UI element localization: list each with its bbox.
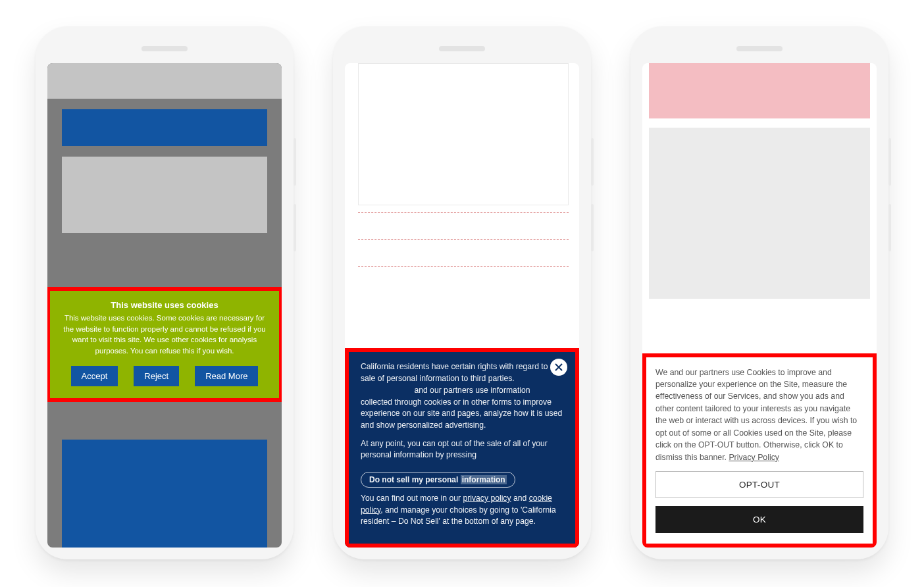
wireframe-block	[358, 63, 569, 205]
wireframe-block	[649, 63, 870, 118]
wireframe-block	[62, 157, 267, 233]
ok-button[interactable]: OK	[655, 506, 863, 533]
banner-body: We and our partners use Cookies to impro…	[655, 367, 863, 464]
close-icon	[555, 363, 563, 371]
page-content	[345, 63, 579, 267]
banner-title: This website uses cookies	[61, 300, 269, 310]
phone-mockup-3: We and our partners use Cookies to impro…	[630, 26, 888, 559]
wireframe-block	[62, 440, 267, 548]
highlight-frame: This website uses cookies This website u…	[47, 287, 282, 402]
banner-text: California residents have certain rights…	[361, 362, 561, 383]
phone-side-button	[591, 204, 594, 251]
reject-button[interactable]: Reject	[134, 366, 179, 386]
cookie-consent-banner: We and our partners use Cookies to impro…	[642, 353, 877, 548]
wireframe-lines	[358, 212, 569, 267]
banner-paragraph: California residents have certain rights…	[361, 361, 563, 431]
banner-text: and	[511, 494, 529, 503]
phone-mockup-2: California residents have certain rights…	[333, 26, 591, 559]
banner-text: and our partners use information collect…	[361, 386, 562, 430]
banner-button-row: Accept Reject Read More	[61, 366, 269, 386]
banner-text: You can find out more in our	[361, 494, 463, 503]
phone-mockup-1: This website uses cookies This website u…	[36, 26, 294, 559]
privacy-policy-link[interactable]: privacy policy	[463, 494, 511, 503]
read-more-button[interactable]: Read More	[195, 366, 258, 386]
wireframe-block	[649, 128, 870, 299]
wireframe-divider	[358, 239, 569, 240]
phone-screen: California residents have certain rights…	[345, 63, 579, 548]
close-button[interactable]	[550, 359, 567, 376]
banner-text: , and manage your choices by going to 'C…	[361, 505, 556, 526]
accept-button[interactable]: Accept	[71, 366, 118, 386]
phone-side-button	[294, 138, 296, 186]
banner-paragraph: At any point, you can opt out of the sal…	[361, 438, 563, 461]
button-text-highlight: information	[461, 475, 507, 484]
phone-side-button	[888, 138, 891, 186]
phone-screen: This website uses cookies This website u…	[47, 63, 282, 548]
cookie-consent-banner: This website uses cookies This website u…	[47, 287, 282, 402]
wireframe-block	[62, 109, 267, 146]
do-not-sell-button[interactable]: Do not sell my personal information	[361, 472, 515, 488]
phone-speaker	[439, 46, 485, 51]
banner-paragraph: You can find out more in our privacy pol…	[361, 493, 563, 528]
phone-side-button	[591, 138, 594, 186]
wireframe-divider	[358, 266, 569, 267]
phone-side-button	[294, 204, 296, 251]
banner-text: We and our partners use Cookies to impro…	[655, 368, 857, 462]
wireframe-divider	[358, 212, 569, 213]
phone-speaker	[141, 46, 188, 51]
wireframe-block	[47, 63, 282, 99]
phone-screen: We and our partners use Cookies to impro…	[642, 63, 877, 548]
phone-speaker	[736, 46, 783, 51]
privacy-policy-link[interactable]: Privacy Policy	[729, 453, 779, 462]
ccpa-consent-banner: California residents have certain rights…	[345, 348, 579, 548]
button-text: Do not sell my personal	[369, 475, 461, 484]
opt-out-button[interactable]: OPT-OUT	[655, 471, 863, 498]
phone-gallery: This website uses cookies This website u…	[0, 0, 924, 559]
phone-side-button	[888, 204, 891, 251]
banner-body: This website uses cookies. Some cookies …	[61, 313, 269, 357]
